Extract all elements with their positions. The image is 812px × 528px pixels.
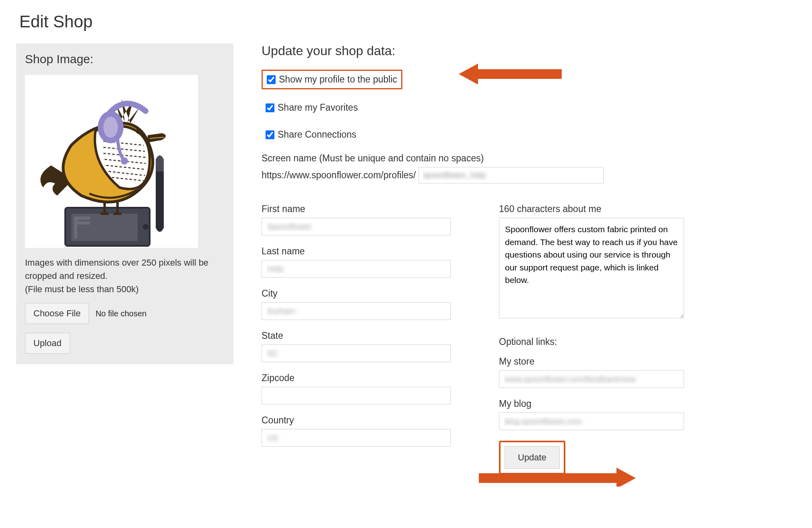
form-heading: Update your shop data: [262, 43, 796, 58]
last-name-input[interactable] [262, 260, 451, 278]
layout: Shop Image: [16, 43, 796, 474]
blog-label: My blog [499, 398, 684, 409]
show-profile-label: Show my profile to the public [279, 74, 397, 85]
screen-name-label: Screen name (Must be unique and contain … [262, 153, 796, 164]
zipcode-input[interactable] [262, 387, 451, 404]
share-favorites-checkbox[interactable] [266, 103, 274, 112]
share-connections-checkbox-row[interactable]: Share Connections [262, 126, 361, 143]
svg-marker-19 [459, 64, 562, 85]
shop-image-preview [25, 75, 198, 248]
update-highlight-box: Update [499, 441, 565, 474]
profile-url-prefix: https://www.spoonflower.com/profiles/ [262, 170, 416, 181]
screen-name-field: Screen name (Must be unique and contain … [262, 153, 796, 184]
shop-image-panel: Shop Image: [16, 43, 233, 364]
show-profile-checkbox[interactable] [267, 75, 276, 84]
blog-input[interactable] [499, 412, 684, 430]
about-column: 160 characters about me Optional links: … [499, 204, 684, 474]
optional-links-heading: Optional links: [499, 336, 684, 347]
no-file-text: No file chosen [95, 309, 146, 318]
country-label: Country [262, 415, 451, 426]
store-label: My store [499, 356, 684, 367]
first-name-label: First name [262, 204, 451, 214]
page-title: Edit Shop [19, 12, 796, 31]
first-name-input[interactable] [262, 218, 451, 235]
share-connections-checkbox[interactable] [266, 130, 274, 139]
highlight-arrow-icon [459, 62, 563, 86]
share-connections-label: Share Connections [278, 129, 357, 140]
about-label: 160 characters about me [499, 204, 684, 214]
shop-data-form: Update your shop data: Show my profile t… [262, 43, 796, 474]
state-input[interactable] [262, 344, 451, 362]
store-input[interactable] [499, 370, 684, 388]
share-favorites-checkbox-row[interactable]: Share my Favorites [262, 99, 362, 116]
shop-image-heading: Shop Image: [25, 52, 225, 66]
share-favorites-label: Share my Favorites [278, 102, 358, 113]
update-button[interactable]: Update [505, 446, 560, 469]
svg-rect-5 [74, 217, 77, 239]
screen-name-input[interactable] [418, 167, 604, 184]
dimensions-note: Images with dimensions over 250 pixels w… [25, 256, 225, 283]
country-input[interactable] [262, 429, 451, 447]
last-name-label: Last name [262, 246, 451, 257]
show-profile-checkbox-row[interactable]: Show my profile to the public [262, 70, 402, 89]
svg-point-16 [103, 117, 118, 138]
bird-illustration-icon [25, 75, 198, 248]
svg-point-2 [143, 224, 148, 230]
svg-point-18 [136, 128, 142, 134]
file-size-note: (File must be less than 500k) [25, 283, 225, 296]
zipcode-label: Zipcode [262, 373, 451, 384]
upload-button[interactable]: Upload [25, 333, 70, 354]
city-label: City [262, 288, 451, 299]
state-label: State [262, 330, 451, 341]
city-input[interactable] [262, 302, 451, 320]
about-textarea[interactable] [499, 218, 684, 318]
choose-file-button[interactable]: Choose File [25, 303, 89, 324]
personal-info-column: First name Last name City State Zipcode [262, 204, 451, 457]
svg-point-17 [121, 157, 128, 165]
